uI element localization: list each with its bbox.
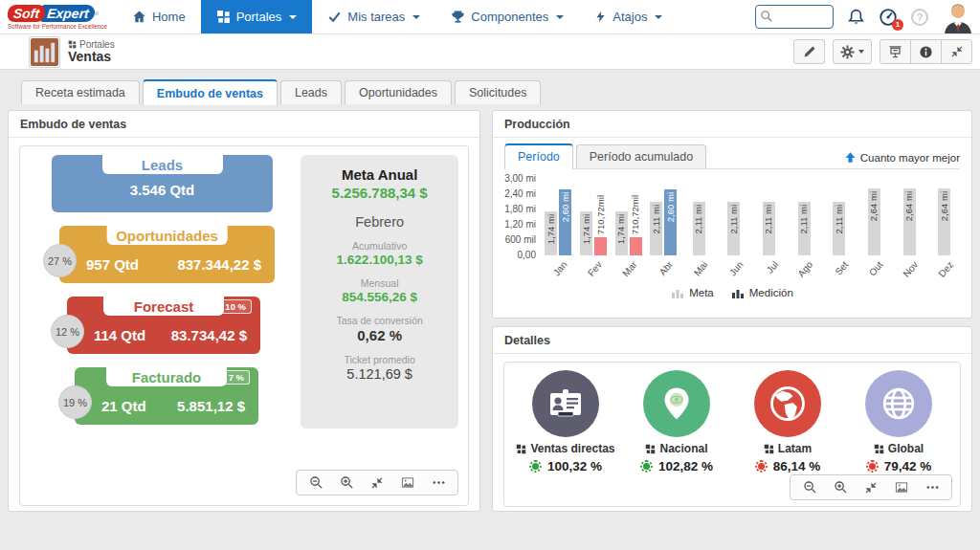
nav-label: Home (152, 10, 186, 24)
stage-value: 83.734,42 $ (171, 327, 247, 343)
chart-plot-area: 1,74 mi2,60 miJan1,74 mi710,72milFev1,74… (541, 179, 962, 255)
tab-periodo-acumulado[interactable]: Período acumulado (576, 144, 706, 168)
grid-icon (645, 444, 656, 454)
chart-month-group: 2,11 miMai (681, 179, 717, 255)
meta-bar: 1,74 mi (545, 211, 557, 255)
chart-month-group: 2,64 miOut (857, 179, 892, 255)
presentation-button[interactable] (880, 39, 911, 64)
meta-bar: 2,64 mi (903, 188, 916, 255)
kpi-label: Nacional (659, 442, 707, 455)
stage-rate-badge: 10 % (219, 299, 252, 314)
more-options-button[interactable] (423, 471, 454, 495)
meta-row-label: Mensual (308, 277, 451, 289)
zoom-out-button[interactable] (301, 471, 331, 495)
tab-periodo[interactable]: Período (504, 143, 573, 169)
more-options-button[interactable] (917, 475, 947, 499)
meta-title: Meta Anual (308, 166, 451, 183)
meta-bar: 2,11 mi (727, 202, 740, 255)
zoom-in-button[interactable] (331, 471, 362, 495)
nav-mis-tareas[interactable]: Mis tareas (312, 0, 435, 33)
chevron-down-icon (412, 15, 420, 19)
stage-conversion-circle: 27 % (43, 244, 77, 277)
edit-button[interactable] (793, 39, 825, 64)
tasks-check-icon (327, 10, 342, 24)
collapse-widget-button[interactable] (856, 475, 886, 499)
funnel-stage-oportunidades[interactable]: Oportunidades 957 Qtd837.344,22 $ 27 % (59, 226, 275, 283)
collapse-button[interactable] (941, 39, 972, 64)
x-axis-label: Jan (551, 259, 569, 277)
settings-button[interactable] (833, 39, 872, 64)
zoom-in-icon (340, 475, 354, 490)
status-dot-icon (755, 460, 768, 473)
info-button[interactable] (910, 39, 942, 64)
medicion-bar: 710,72mil (630, 237, 642, 255)
stage-title: Oportunidades (116, 228, 218, 244)
status-dot-icon (529, 460, 542, 473)
zoom-in-button[interactable] (825, 475, 856, 499)
produccion-panel: Producción Período Período acumulado Cua… (492, 110, 972, 319)
export-image-button[interactable] (886, 475, 917, 499)
user-avatar[interactable] (942, 1, 974, 33)
status-dot-icon (640, 460, 653, 473)
detalles-panel: Detalles Ventas directas (492, 326, 972, 512)
produccion-tabs: Período Período acumulado Cuanto mayor m… (504, 143, 960, 169)
y-axis-tick: 3,00 mi (504, 174, 536, 184)
bar-value-label: 2,11 mi (694, 205, 703, 233)
kpi-nacional[interactable]: Nacional 102,82 % (621, 370, 732, 473)
funnel-widget: Leads 3.546 Qtd Oportunidades 957 Qtd837… (19, 145, 469, 506)
chart-month-group: 2,11 miAgo (787, 179, 822, 255)
chevron-down-icon (858, 50, 864, 54)
export-image-button[interactable] (392, 471, 423, 495)
nav-label: Componentes (471, 10, 548, 24)
y-axis-tick: 2,40 mi (504, 189, 536, 199)
funnel-toolbar (296, 470, 458, 495)
tab-embudo-de-ventas[interactable]: Embudo de ventas (143, 79, 278, 105)
bar-value-label: 2,64 mi (869, 191, 879, 221)
kpi-latam[interactable]: Latam 86,14 % (732, 370, 843, 473)
nav-componentes[interactable]: Componentes (435, 0, 579, 33)
tab-oportunidades[interactable]: Oportunidades (345, 80, 452, 104)
nav-home[interactable]: Home (117, 0, 201, 33)
performance-gauge-button[interactable]: 1 (879, 8, 898, 27)
bar-value-label: 2,11 mi (652, 205, 661, 233)
image-icon (400, 475, 415, 490)
kpi-value: 102,82 % (658, 459, 713, 473)
collapse-widget-button[interactable] (362, 471, 392, 495)
nav-atajos[interactable]: Atajos (579, 0, 678, 33)
stage-qty: 114 Qtd (94, 327, 145, 343)
y-axis-tick: 1,20 mi (504, 220, 536, 230)
kpi-label: Global (888, 442, 924, 455)
zoom-out-button[interactable] (794, 475, 825, 499)
y-axis: 3,00 mi2,40 mi1,80 mi1,20 mi600 mil0,00 (497, 179, 541, 255)
stage-conversion-circle: 12 % (51, 315, 84, 348)
tab-solicitudes[interactable]: Solicitudes (455, 80, 541, 104)
panel-title: Embudo de ventas (9, 111, 479, 138)
image-icon (894, 480, 909, 495)
chevron-down-icon (556, 15, 564, 19)
kpi-ventas-directas[interactable]: Ventas directas 100,32 % (510, 370, 621, 473)
funnel-stage-leads[interactable]: Leads 3.546 Qtd (52, 155, 273, 212)
nav-portales[interactable]: Portales (201, 0, 313, 33)
bar-value-label: 1,74 mi (616, 214, 626, 244)
grid-icon (68, 40, 77, 49)
bar-value-label: 2,11 mi (764, 205, 773, 233)
funnel-stage-facturado[interactable]: Facturado 7 % 21 Qtd5.851,12 $ 19 % (75, 367, 258, 425)
chevron-down-icon (655, 15, 662, 19)
kpi-global[interactable]: Global 79,42 % (843, 370, 954, 473)
meta-row-value: 854.556,26 $ (308, 290, 451, 304)
x-axis-label: Jul (764, 259, 780, 275)
notifications-button[interactable] (847, 8, 865, 27)
softexpert-logo[interactable]: Soft Expert ® Software for Performance E… (0, 0, 117, 33)
funnel-stage-forecast[interactable]: Forecast 10 % 114 Qtd83.734,42 $ 12 % (67, 297, 260, 354)
dashboard-content: Embudo de ventas Leads 3.546 Qtd Oportun… (0, 104, 980, 512)
y-axis-tick: 0,00 (518, 251, 536, 260)
meta-bar: 2,64 mi (868, 188, 880, 255)
up-arrow-icon (844, 151, 857, 164)
meta-row-value: 5.121,69 $ (308, 366, 451, 382)
tab-leads[interactable]: Leads (280, 80, 342, 104)
help-button[interactable]: ? (911, 9, 928, 26)
meta-bars-icon (671, 286, 684, 299)
zoom-in-icon (834, 480, 848, 495)
kpi-label: Ventas directas (530, 442, 614, 455)
tab-receta-estimada[interactable]: Receta estimada (21, 80, 140, 104)
